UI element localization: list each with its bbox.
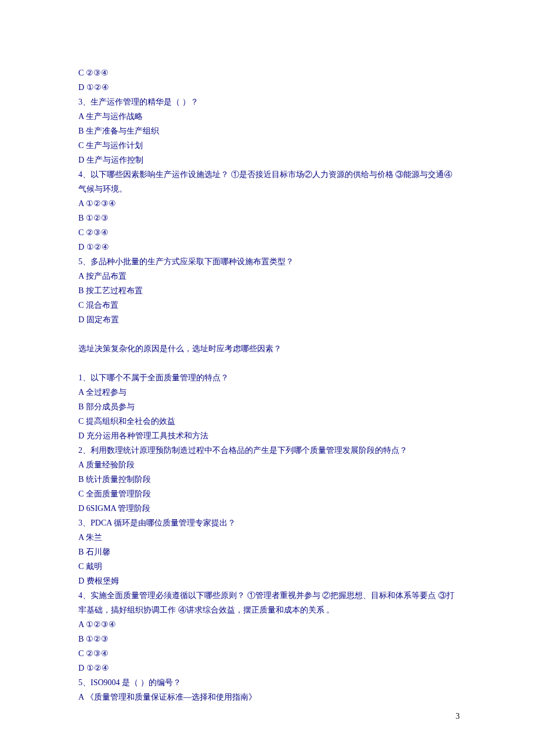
option-line: B ①②③: [78, 632, 456, 646]
option-line: D 费根堡姆: [78, 574, 456, 588]
question-line: 5、多品种小批量的生产方式应采取下面哪种设施布置类型？: [78, 254, 456, 269]
question-line: 4、以下哪些因素影响生产运作设施选址？ ①是否接近目标市场②人力资源的供给与价格…: [78, 167, 456, 196]
option-line: B ①②③: [78, 211, 456, 225]
option-line: A 质量经验阶段: [78, 458, 456, 472]
document-body: C ②③④ D ①②④ 3、生产运作管理的精华是（ ）？ A 生产与运作战略 B…: [0, 0, 534, 728]
text-line: C ②③④: [78, 66, 456, 80]
question-line: 5、ISO9004 是（ ）的编号？: [78, 675, 456, 690]
option-line: B 部分成员参与: [78, 399, 456, 414]
question-line: 3、PDCA 循环是由哪位质量管理专家提出？: [78, 516, 456, 530]
option-line: A ①②③④: [78, 196, 456, 211]
option-line: A 生产与运作战略: [78, 109, 456, 124]
option-line: D 充分运用各种管理工具技术和方法: [78, 429, 456, 443]
option-line: A 《质量管理和质量保证标准—选择和使用指南》: [78, 690, 456, 704]
option-line: C ②③④: [78, 646, 456, 661]
blank-line: [78, 356, 456, 370]
option-line: C 混合布置: [78, 298, 456, 312]
option-line: A 全过程参与: [78, 385, 456, 399]
blank-line: [78, 327, 456, 341]
text-line: D ①②④: [78, 80, 456, 95]
paragraph-line: 选址决策复杂化的原因是什么，选址时应考虑哪些因素？: [78, 341, 456, 356]
option-line: B 统计质量控制阶段: [78, 472, 456, 487]
option-line: C 生产与运作计划: [78, 138, 456, 153]
option-line: A 按产品布置: [78, 269, 456, 283]
option-line: D 固定布置: [78, 312, 456, 327]
option-line: D 6SIGMA 管理阶段: [78, 501, 456, 516]
option-line: D 生产与运作控制: [78, 153, 456, 167]
option-line: C 戴明: [78, 559, 456, 574]
option-line: C ②③④: [78, 225, 456, 240]
question-line: 2、利用数理统计原理预防制造过程中不合格品的产生是下列哪个质量管理发展阶段的特点…: [78, 443, 456, 458]
question-line: 4、实施全面质量管理必须遵循以下哪些原则？ ①管理者重视并参与 ②把握思想、目标…: [78, 588, 456, 617]
option-line: D ①②④: [78, 661, 456, 675]
option-line: B 石川馨: [78, 545, 456, 559]
question-line: 3、生产运作管理的精华是（ ）？: [78, 95, 456, 109]
option-line: C 全面质量管理阶段: [78, 487, 456, 501]
option-line: B 按工艺过程布置: [78, 283, 456, 298]
option-line: C 提高组织和全社会的效益: [78, 414, 456, 429]
option-line: B 生产准备与生产组织: [78, 124, 456, 138]
option-line: A ①②③④: [78, 617, 456, 632]
option-line: D ①②④: [78, 240, 456, 254]
page-number: 3: [456, 712, 460, 721]
option-line: A 朱兰: [78, 530, 456, 545]
question-line: 1、以下哪个不属于全面质量管理的特点？: [78, 370, 456, 385]
